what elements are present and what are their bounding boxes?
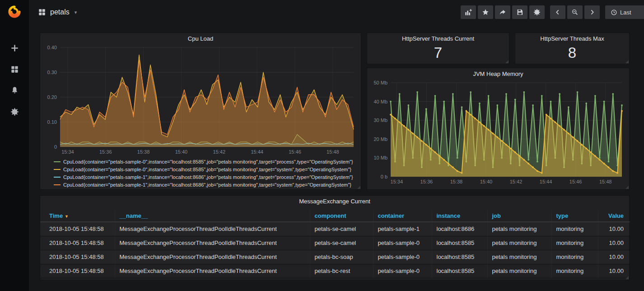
legend-series-label: CpuLoad{container="petals-sample-0",inst…: [63, 167, 351, 172]
column-header-job[interactable]: job: [487, 210, 551, 222]
panel-title[interactable]: JVM Heap Memory: [367, 68, 629, 80]
legend-series-label: CpuLoad{container="petals-sample-0",inst…: [63, 159, 353, 164]
column-header-__name__[interactable]: __name__: [115, 210, 310, 222]
panel-title[interactable]: Cpu Load: [40, 33, 361, 45]
legend-item[interactable]: CpuLoad{container="petals-sample-1",inst…: [54, 181, 357, 188]
column-header-container[interactable]: container: [373, 210, 432, 222]
table-cell: 10.00: [598, 222, 630, 236]
legend-item[interactable]: CpuLoad{container="petals-sample-1",inst…: [54, 173, 357, 181]
chevron-down-icon: ▾: [75, 9, 77, 15]
plus-icon: [10, 44, 19, 52]
table-cell: 10.00: [598, 250, 630, 264]
resize-handle[interactable]: [625, 60, 629, 63]
column-header-instance[interactable]: instance: [432, 210, 487, 222]
panel-title[interactable]: HttpServer Threads Max: [515, 33, 629, 45]
gear-icon: [533, 9, 541, 16]
column-header-component[interactable]: component: [310, 210, 373, 222]
svg-text:0.10: 0.10: [47, 119, 57, 125]
table-header-row: Time▼__name__componentcontainerinstancej…: [40, 210, 630, 222]
table-cell: 2018-10-05 15:48:58: [40, 250, 115, 264]
sidebar-item-create[interactable]: [5, 43, 23, 53]
bell-icon: [10, 86, 19, 95]
stat-value: 7: [367, 45, 509, 61]
table-cell: localhost:8686: [432, 222, 487, 236]
panel-cpu-load: Cpu Load 00.100.200.300.4015:3415:3615:3…: [40, 33, 361, 190]
table-row: 2018-10-05 15:48:58MessageExchangeProces…: [40, 264, 630, 278]
zoom-out-icon: [571, 9, 579, 16]
chevron-left-icon: [554, 9, 561, 16]
cpu-chart-svg: 00.100.200.300.4015:3415:3615:3815:4015:…: [44, 45, 357, 156]
save-button[interactable]: [512, 5, 527, 19]
table-cell: petals-sample-0: [373, 250, 432, 264]
sidebar-item-dashboards[interactable]: [5, 64, 23, 74]
table-cell: localhost:8585: [432, 250, 487, 264]
table-cell: MessageExchangeProcessorThreadPoolIdleTh…: [115, 222, 310, 236]
table-cell: 2018-10-05 15:48:58: [40, 222, 115, 236]
resize-handle[interactable]: [357, 186, 360, 189]
table-cell: localhost:8585: [432, 264, 487, 278]
svg-text:15:40: 15:40: [175, 149, 188, 155]
zoom-out-button[interactable]: [567, 5, 583, 19]
time-shift-back-button[interactable]: [550, 5, 565, 19]
table-cell: MessageExchangeProcessorThreadPoolIdleTh…: [115, 236, 310, 250]
add-panel-icon: [465, 9, 472, 16]
table-cell: petals-sample-0: [373, 236, 432, 250]
panel-httpserver-threads-current: HttpServer Threads Current 7: [367, 33, 509, 64]
legend-item[interactable]: CpuLoad{container="petals-sample-0",inst…: [54, 165, 357, 173]
svg-text:15:40: 15:40: [480, 179, 493, 184]
svg-text:20 Mb: 20 Mb: [373, 136, 387, 142]
svg-text:15:42: 15:42: [510, 179, 523, 184]
time-shift-forward-button[interactable]: [584, 5, 600, 19]
resize-handle[interactable]: [625, 276, 629, 279]
svg-text:0: 0: [54, 144, 57, 150]
table-cell: petals-bc-soap: [310, 250, 373, 264]
table-cell: MessageExchangeProcessorThreadPoolIdleTh…: [115, 250, 310, 264]
resize-handle[interactable]: [625, 186, 629, 189]
svg-text:15:38: 15:38: [450, 179, 463, 184]
legend-item[interactable]: CpuLoad{container="petals-sample-0",inst…: [54, 158, 357, 165]
sidebar-item-alerting[interactable]: [5, 85, 23, 95]
share-button[interactable]: [495, 5, 510, 19]
dashboard-settings-button[interactable]: [529, 5, 545, 19]
jvm-heap-chart[interactable]: 0 b10 Mb20 Mb30 Mb40 Mb50 Mb15:3415:3615…: [371, 80, 625, 186]
panel-title[interactable]: HttpServer Threads Current: [367, 33, 509, 45]
column-header-Time[interactable]: Time▼: [40, 210, 115, 222]
grafana-logo-icon[interactable]: [7, 4, 22, 19]
svg-text:15:46: 15:46: [569, 179, 582, 184]
table-cell: 10.00: [598, 236, 630, 250]
panel-jvm-heap-memory: JVM Heap Memory 0 b10 Mb20 Mb30 Mb40 Mb5…: [367, 68, 630, 190]
table-body: 2018-10-05 15:48:58MessageExchangeProces…: [40, 222, 630, 278]
star-button[interactable]: [478, 5, 493, 19]
legend-series-color: [54, 161, 61, 162]
apps-icon: [38, 8, 46, 16]
svg-text:50 Mb: 50 Mb: [373, 80, 387, 85]
time-picker-button[interactable]: Last: [605, 5, 644, 19]
svg-text:0.20: 0.20: [47, 94, 57, 100]
add-panel-button[interactable]: [461, 5, 476, 19]
legend-series-label: CpuLoad{container="petals-sample-1",inst…: [63, 174, 353, 180]
resize-handle[interactable]: [505, 60, 509, 63]
column-header-type[interactable]: type: [551, 210, 598, 222]
column-header-Value[interactable]: Value: [598, 210, 630, 222]
sort-caret-icon: ▼: [65, 214, 69, 219]
sidebar: [0, 0, 29, 291]
dashboard-title-dropdown[interactable]: petals ▾: [38, 8, 77, 16]
table-cell: petals-se-camel: [310, 236, 373, 250]
star-icon: [482, 9, 489, 16]
chevron-right-icon: [588, 9, 596, 16]
cpu-legend: CpuLoad{container="petals-sample-0",inst…: [54, 158, 357, 188]
navbar: petals ▾: [29, 0, 644, 24]
dashboard-grid: Cpu Load 00.100.200.300.4015:3415:3615:3…: [29, 24, 644, 291]
svg-text:15:46: 15:46: [289, 149, 301, 155]
svg-text:15:42: 15:42: [213, 149, 226, 155]
table-cell: petals-sample-1: [373, 222, 432, 236]
panel-title[interactable]: MessageExchange Current: [40, 196, 629, 207]
sidebar-item-configuration[interactable]: [5, 107, 23, 117]
jvm-chart-svg: 0 b10 Mb20 Mb30 Mb40 Mb50 Mb15:3415:3615…: [371, 80, 625, 186]
cpu-load-chart[interactable]: 00.100.200.300.4015:3415:3615:3815:4015:…: [44, 45, 357, 156]
svg-text:15:36: 15:36: [420, 179, 433, 184]
table-row: 2018-10-05 15:48:58MessageExchangeProces…: [40, 236, 630, 250]
legend-series-color: [54, 177, 61, 178]
gear-icon: [10, 108, 19, 116]
apps-icon: [10, 65, 19, 74]
